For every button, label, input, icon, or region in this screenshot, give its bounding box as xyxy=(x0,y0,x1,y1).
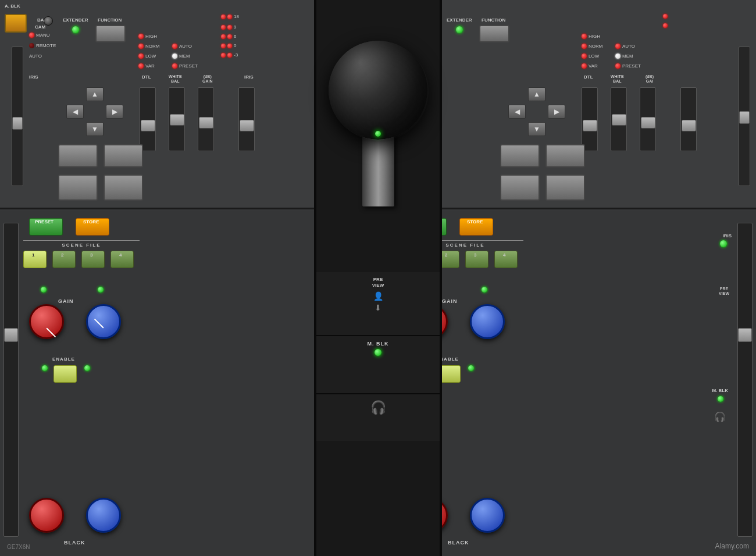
right-extender-label: EXTENDER xyxy=(447,17,472,23)
right-arrow-left[interactable]: ◀ xyxy=(508,105,526,119)
left-scene-file-label: SCENE FILE xyxy=(23,240,140,248)
left-scene-2-btn[interactable] xyxy=(52,251,76,268)
left-gain-knob-red[interactable] xyxy=(29,304,64,339)
right-mblk-label: M. BLK xyxy=(712,388,728,393)
right-fader-wbal[interactable] xyxy=(611,87,627,151)
right-var-row: VAR xyxy=(582,63,598,69)
right-big-btn-4[interactable] xyxy=(545,174,585,201)
right-fader-iris[interactable] xyxy=(680,87,697,151)
left-manu-led xyxy=(29,33,34,38)
right-v-fader-top[interactable] xyxy=(739,47,750,186)
joystick-pole[interactable] xyxy=(362,131,394,206)
right-gain-knob-blue[interactable] xyxy=(470,304,505,339)
left-led-18b xyxy=(227,15,232,19)
left-fader-dtl[interactable] xyxy=(140,87,156,151)
left-auto-side-row: AUTO xyxy=(29,54,42,59)
left-arrow-right[interactable]: ▶ xyxy=(106,105,123,119)
right-v-fader-bottom-thumb[interactable] xyxy=(738,328,752,342)
left-extender-led xyxy=(72,26,79,33)
right-iris-zone-label: IRIS xyxy=(722,233,732,238)
right-low-row: LOW xyxy=(582,54,599,59)
right-fader-dtl[interactable] xyxy=(582,87,598,151)
left-mem-led xyxy=(172,54,177,59)
right-black-knob-blue[interactable] xyxy=(470,498,505,533)
main-panel: A. BLK BAR CAM EXTENDER FUNCTION xyxy=(0,0,756,556)
center-headphone-section: 🎧 xyxy=(316,394,440,441)
left-preset-btn-label: PRESET xyxy=(35,219,54,224)
left-arrow-up[interactable]: ▲ xyxy=(86,87,104,101)
left-black-knob-blue[interactable] xyxy=(86,498,121,533)
left-led-0a xyxy=(221,44,226,48)
right-function-label: FUNCTION xyxy=(482,17,505,23)
left-gain-led-2 xyxy=(98,287,104,293)
left-arrow-left[interactable]: ◀ xyxy=(66,105,84,119)
joystick-sphere[interactable] xyxy=(329,41,427,140)
left-ablk-btn[interactable] xyxy=(5,14,27,33)
right-scene-4-btn[interactable] xyxy=(494,251,518,268)
right-dtl-label: DTL xyxy=(584,74,593,80)
left-arrow-down[interactable]: ▼ xyxy=(86,122,104,136)
right-big-btn-3[interactable] xyxy=(500,174,540,201)
right-scene-3-btn[interactable] xyxy=(465,251,488,268)
right-auto-row: AUTO xyxy=(615,44,635,49)
left-v-fader-1-thumb[interactable] xyxy=(12,117,23,130)
left-function-btn[interactable] xyxy=(95,25,126,42)
left-fader-iris-thumb[interactable] xyxy=(240,120,254,131)
left-v-fader-bottom-thumb[interactable] xyxy=(4,328,18,342)
left-v-fader-bottom[interactable] xyxy=(3,223,19,537)
left-gain-knob-blue[interactable] xyxy=(86,304,121,339)
right-fader-iris-thumb[interactable] xyxy=(682,120,696,131)
right-iris-led xyxy=(720,240,727,247)
left-var-led xyxy=(138,63,144,69)
left-big-btn-2[interactable] xyxy=(104,144,143,167)
left-big-btn-1[interactable] xyxy=(58,144,98,167)
left-v-fader-1[interactable] xyxy=(12,47,23,186)
left-big-btn-3[interactable] xyxy=(58,174,98,201)
left-auto-led xyxy=(172,44,177,49)
right-db-18 xyxy=(663,14,669,19)
right-fader-gain[interactable] xyxy=(640,87,656,151)
left-preset-row: PRESET xyxy=(172,63,198,69)
right-whitbal-label: WHITEBAL xyxy=(611,74,624,83)
center-mblk-led xyxy=(375,349,381,356)
right-v-fader-bottom[interactable] xyxy=(737,223,753,537)
right-mem-row: MEM xyxy=(615,54,633,59)
left-scene-3-btn[interactable] xyxy=(81,251,105,268)
right-fader-gain-thumb[interactable] xyxy=(641,117,655,129)
left-low-row: LOW xyxy=(138,54,156,59)
right-fader-wbal-thumb[interactable] xyxy=(612,114,626,126)
left-scene-4-btn[interactable] xyxy=(110,251,134,268)
left-big-btn-4[interactable] xyxy=(104,174,143,201)
right-fader-dtl-thumb[interactable] xyxy=(583,120,597,131)
left-fader-gain[interactable] xyxy=(198,87,214,151)
left-preset-led xyxy=(172,63,177,69)
center-mblk-label: M. BLK xyxy=(368,341,389,347)
right-big-btn-1[interactable] xyxy=(500,144,540,167)
left-store-btn-label: STORE xyxy=(83,219,99,224)
left-gain-led-1 xyxy=(41,287,47,293)
left-enable-btn[interactable] xyxy=(54,365,77,383)
left-fader-gain-thumb[interactable] xyxy=(199,117,213,129)
left-fader-wbal[interactable] xyxy=(169,87,185,151)
left-auto-row: AUTO xyxy=(172,44,192,49)
left-fader-dtl-thumb[interactable] xyxy=(141,120,155,131)
right-dbgain-label: (dB)GAI xyxy=(646,74,654,83)
left-enable-led xyxy=(42,365,48,371)
left-db-0: 0 xyxy=(221,43,236,48)
left-scene-1-btn[interactable] xyxy=(23,251,47,268)
left-bar-knob[interactable] xyxy=(44,16,53,26)
right-scene-3-label: 3 xyxy=(474,252,476,258)
left-whitbal-label: WHITEBAL xyxy=(169,74,182,83)
left-fader-iris[interactable] xyxy=(238,87,255,151)
right-big-btn-2[interactable] xyxy=(545,144,585,167)
right-arrow-up[interactable]: ▲ xyxy=(528,87,545,101)
right-arrow-right[interactable]: ▶ xyxy=(548,105,565,119)
right-scene-4-label: 4 xyxy=(503,252,505,258)
right-v-fader-top-thumb[interactable] xyxy=(739,111,750,124)
right-function-btn[interactable] xyxy=(479,25,509,42)
right-preview-label: PREVIEW xyxy=(719,287,729,297)
left-led-18a xyxy=(221,15,226,19)
right-arrow-down[interactable]: ▼ xyxy=(528,122,545,136)
left-fader-wbal-thumb[interactable] xyxy=(170,114,184,126)
left-black-knob-red[interactable] xyxy=(29,498,64,533)
